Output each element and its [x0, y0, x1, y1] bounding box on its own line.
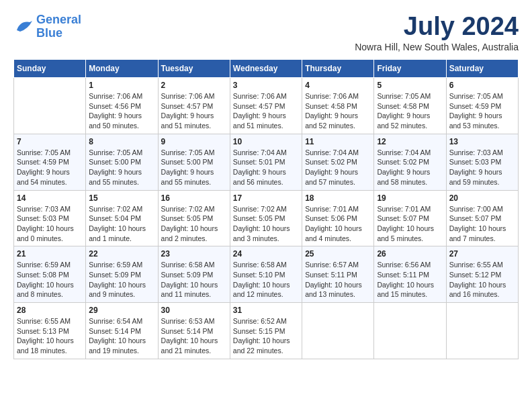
- calendar-cell: 13Sunrise: 7:03 AMSunset: 5:03 PMDayligh…: [446, 134, 518, 190]
- day-number: 21: [17, 249, 83, 259]
- calendar-cell: 22Sunrise: 6:59 AMSunset: 5:09 PMDayligh…: [86, 246, 158, 303]
- day-info: Sunrise: 7:06 AMSunset: 4:57 PMDaylight:…: [161, 91, 227, 131]
- day-number: 3: [233, 81, 299, 90]
- day-info: Sunrise: 6:55 AMSunset: 5:12 PMDaylight:…: [449, 260, 515, 300]
- calendar-cell: 30Sunrise: 6:53 AMSunset: 5:14 PMDayligh…: [158, 303, 230, 359]
- day-info: Sunrise: 7:02 AMSunset: 5:04 PMDaylight:…: [89, 204, 154, 244]
- day-info: Sunrise: 7:00 AMSunset: 5:07 PMDaylight:…: [449, 204, 515, 244]
- calendar-cell: 29Sunrise: 6:54 AMSunset: 5:14 PMDayligh…: [86, 303, 158, 359]
- weekday-header-sunday: Sunday: [14, 60, 86, 78]
- day-info: Sunrise: 7:01 AMSunset: 5:07 PMDaylight:…: [377, 204, 443, 244]
- logo-line2: Blue: [36, 27, 81, 40]
- weekday-header-friday: Friday: [374, 60, 446, 78]
- day-info: Sunrise: 7:06 AMSunset: 4:57 PMDaylight:…: [233, 91, 299, 131]
- day-info: Sunrise: 7:03 AMSunset: 5:03 PMDaylight:…: [449, 148, 515, 187]
- day-number: 19: [377, 193, 443, 203]
- location-text: Nowra Hill, New South Wales, Australia: [355, 42, 519, 52]
- calendar-cell: 3Sunrise: 7:06 AMSunset: 4:57 PMDaylight…: [230, 78, 302, 134]
- calendar-week-row: 1Sunrise: 7:06 AMSunset: 4:56 PMDaylight…: [14, 78, 519, 134]
- day-number: 12: [377, 137, 443, 146]
- day-number: 2: [161, 81, 227, 90]
- calendar-cell: 11Sunrise: 7:04 AMSunset: 5:02 PMDayligh…: [302, 134, 374, 190]
- calendar-cell: 26Sunrise: 6:56 AMSunset: 5:11 PMDayligh…: [374, 246, 446, 303]
- day-info: Sunrise: 7:04 AMSunset: 5:02 PMDaylight:…: [377, 148, 443, 187]
- day-number: 26: [377, 249, 443, 259]
- day-info: Sunrise: 7:06 AMSunset: 4:58 PMDaylight:…: [305, 91, 371, 131]
- calendar-cell: 21Sunrise: 6:59 AMSunset: 5:08 PMDayligh…: [14, 246, 86, 303]
- day-info: Sunrise: 7:03 AMSunset: 5:03 PMDaylight:…: [17, 204, 83, 244]
- day-number: 27: [449, 249, 515, 259]
- calendar-week-row: 21Sunrise: 6:59 AMSunset: 5:08 PMDayligh…: [14, 246, 519, 303]
- day-info: Sunrise: 7:05 AMSunset: 5:00 PMDaylight:…: [89, 148, 154, 187]
- day-number: 4: [305, 81, 371, 90]
- day-info: Sunrise: 6:53 AMSunset: 5:14 PMDaylight:…: [161, 316, 227, 356]
- calendar-cell: 8Sunrise: 7:05 AMSunset: 5:00 PMDaylight…: [86, 134, 158, 190]
- page-header: General Blue July 2024 Nowra Hill, New S…: [13, 13, 519, 52]
- day-info: Sunrise: 7:01 AMSunset: 5:06 PMDaylight:…: [305, 204, 371, 244]
- day-number: 11: [305, 137, 371, 146]
- weekday-header-row: SundayMondayTuesdayWednesdayThursdayFrid…: [14, 60, 519, 78]
- calendar-cell: 1Sunrise: 7:06 AMSunset: 4:56 PMDaylight…: [86, 78, 158, 134]
- day-number: 14: [17, 193, 83, 203]
- day-info: Sunrise: 7:06 AMSunset: 4:56 PMDaylight:…: [89, 91, 154, 131]
- day-number: 22: [89, 249, 154, 259]
- day-info: Sunrise: 6:52 AMSunset: 5:15 PMDaylight:…: [233, 316, 299, 356]
- day-info: Sunrise: 7:05 AMSunset: 4:59 PMDaylight:…: [17, 148, 83, 187]
- calendar-cell: 15Sunrise: 7:02 AMSunset: 5:04 PMDayligh…: [86, 190, 158, 246]
- logo-text: General: [36, 13, 81, 27]
- calendar-cell: 7Sunrise: 7:05 AMSunset: 4:59 PMDaylight…: [14, 134, 86, 190]
- day-info: Sunrise: 6:58 AMSunset: 5:10 PMDaylight:…: [233, 260, 299, 300]
- day-number: 13: [449, 137, 515, 146]
- calendar-table: SundayMondayTuesdayWednesdayThursdayFrid…: [13, 59, 519, 359]
- day-number: 29: [89, 306, 154, 315]
- day-info: Sunrise: 7:04 AMSunset: 5:01 PMDaylight:…: [233, 148, 299, 187]
- day-number: 25: [305, 249, 371, 259]
- calendar-cell: 5Sunrise: 7:05 AMSunset: 4:58 PMDaylight…: [374, 78, 446, 134]
- day-number: 28: [17, 306, 83, 315]
- day-number: 24: [233, 249, 299, 259]
- calendar-cell: 10Sunrise: 7:04 AMSunset: 5:01 PMDayligh…: [230, 134, 302, 190]
- day-number: 17: [233, 193, 299, 203]
- day-info: Sunrise: 7:05 AMSunset: 4:59 PMDaylight:…: [449, 91, 515, 131]
- calendar-cell: 14Sunrise: 7:03 AMSunset: 5:03 PMDayligh…: [14, 190, 86, 246]
- day-info: Sunrise: 7:05 AMSunset: 5:00 PMDaylight:…: [161, 148, 227, 187]
- day-number: 5: [377, 81, 443, 90]
- day-number: 16: [161, 193, 227, 203]
- day-number: 7: [17, 137, 83, 146]
- month-title: July 2024: [355, 13, 519, 39]
- weekday-header-thursday: Thursday: [302, 60, 374, 78]
- day-info: Sunrise: 6:59 AMSunset: 5:09 PMDaylight:…: [89, 260, 154, 300]
- weekday-header-wednesday: Wednesday: [230, 60, 302, 78]
- day-number: 1: [89, 81, 154, 90]
- calendar-week-row: 28Sunrise: 6:55 AMSunset: 5:13 PMDayligh…: [14, 303, 519, 359]
- calendar-cell: 16Sunrise: 7:02 AMSunset: 5:05 PMDayligh…: [158, 190, 230, 246]
- calendar-cell: 12Sunrise: 7:04 AMSunset: 5:02 PMDayligh…: [374, 134, 446, 190]
- day-info: Sunrise: 6:59 AMSunset: 5:08 PMDaylight:…: [17, 260, 83, 300]
- calendar-cell: 9Sunrise: 7:05 AMSunset: 5:00 PMDaylight…: [158, 134, 230, 190]
- day-info: Sunrise: 6:54 AMSunset: 5:14 PMDaylight:…: [89, 316, 154, 356]
- day-info: Sunrise: 6:56 AMSunset: 5:11 PMDaylight:…: [377, 260, 443, 300]
- day-number: 23: [161, 249, 227, 259]
- calendar-cell: 20Sunrise: 7:00 AMSunset: 5:07 PMDayligh…: [446, 190, 518, 246]
- calendar-cell: 27Sunrise: 6:55 AMSunset: 5:12 PMDayligh…: [446, 246, 518, 303]
- weekday-header-saturday: Saturday: [446, 60, 518, 78]
- day-info: Sunrise: 6:57 AMSunset: 5:11 PMDaylight:…: [305, 260, 371, 300]
- day-number: 20: [449, 193, 515, 203]
- day-info: Sunrise: 7:04 AMSunset: 5:02 PMDaylight:…: [305, 148, 371, 187]
- calendar-cell: 31Sunrise: 6:52 AMSunset: 5:15 PMDayligh…: [230, 303, 302, 359]
- day-number: 18: [305, 193, 371, 203]
- day-number: 31: [233, 306, 299, 315]
- day-info: Sunrise: 6:58 AMSunset: 5:09 PMDaylight:…: [161, 260, 227, 300]
- day-info: Sunrise: 7:02 AMSunset: 5:05 PMDaylight:…: [233, 204, 299, 244]
- calendar-cell: 25Sunrise: 6:57 AMSunset: 5:11 PMDayligh…: [302, 246, 374, 303]
- calendar-cell: 4Sunrise: 7:06 AMSunset: 4:58 PMDaylight…: [302, 78, 374, 134]
- day-info: Sunrise: 6:55 AMSunset: 5:13 PMDaylight:…: [17, 316, 83, 356]
- calendar-cell: 23Sunrise: 6:58 AMSunset: 5:09 PMDayligh…: [158, 246, 230, 303]
- calendar-week-row: 14Sunrise: 7:03 AMSunset: 5:03 PMDayligh…: [14, 190, 519, 246]
- day-info: Sunrise: 7:02 AMSunset: 5:05 PMDaylight:…: [161, 204, 227, 244]
- day-number: 15: [89, 193, 154, 203]
- calendar-cell: 17Sunrise: 7:02 AMSunset: 5:05 PMDayligh…: [230, 190, 302, 246]
- day-info: Sunrise: 7:05 AMSunset: 4:58 PMDaylight:…: [377, 91, 443, 131]
- calendar-cell: [14, 78, 86, 134]
- calendar-cell: 6Sunrise: 7:05 AMSunset: 4:59 PMDaylight…: [446, 78, 518, 134]
